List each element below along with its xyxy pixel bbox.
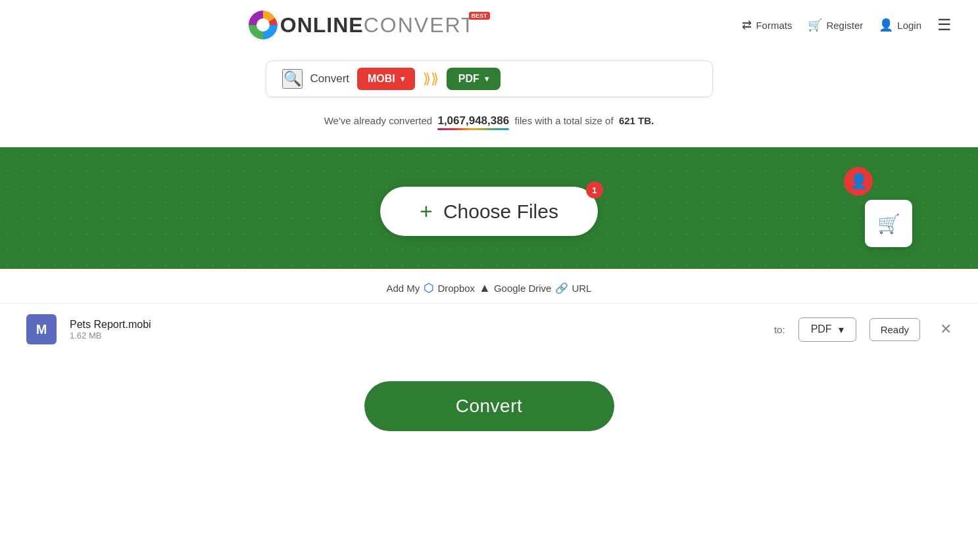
google-drive-label: Google Drive	[494, 283, 552, 294]
formats-label: Formats	[756, 20, 792, 31]
stats-middle: files with a total size of	[514, 115, 613, 126]
file-row: M Pets Report.mobi 1.62 MB to: PDF ▾ Rea…	[0, 303, 978, 355]
file-name: Pets Report.mobi	[70, 319, 761, 331]
stats-prefix: We've already converted	[324, 115, 432, 126]
floating-cart-widget[interactable]: 🛒	[865, 200, 912, 247]
to-label: to:	[774, 324, 785, 335]
dropbox-source[interactable]: ⬡ Dropbox	[424, 281, 475, 295]
stats-bar: We've already converted 1,067,948,386 fi…	[0, 104, 978, 147]
floating-user-button[interactable]: 👤	[844, 167, 873, 196]
formats-nav-item[interactable]: ⇄ Formats	[742, 18, 792, 32]
remove-file-button[interactable]: ✕	[940, 321, 952, 338]
logo-container: ONLINE CONVERT BEST	[246, 8, 497, 42]
logo-online-text: ONLINE	[280, 13, 364, 37]
from-format-chevron: ▾	[401, 74, 404, 83]
from-format-button[interactable]: MOBI ▾	[357, 68, 415, 90]
header: ONLINE CONVERT BEST ⇄ Formats 🛒 Register…	[0, 0, 978, 50]
formats-icon: ⇄	[742, 18, 752, 32]
register-nav-item[interactable]: 🛒 Register	[808, 18, 863, 32]
output-format-chevron: ▾	[839, 323, 844, 336]
stats-count: 1,067,948,386	[437, 114, 509, 128]
google-drive-source[interactable]: ▲ Google Drive	[479, 281, 551, 295]
convert-label: Convert	[310, 72, 350, 85]
logo-text: ONLINE CONVERT BEST	[280, 13, 497, 37]
dropbox-label: Dropbox	[437, 283, 475, 294]
login-label: Login	[897, 20, 921, 31]
logo-area: ONLINE CONVERT BEST	[0, 8, 742, 42]
output-format-label: PDF	[811, 323, 832, 335]
choose-files-label: Choose Files	[443, 200, 558, 223]
output-format-dropdown[interactable]: PDF ▾	[798, 317, 856, 342]
logo-best-badge: BEST	[469, 12, 490, 20]
to-format-button[interactable]: PDF ▾	[447, 68, 501, 90]
add-my-label: Add My	[387, 283, 420, 294]
url-link-icon: 🔗	[555, 282, 568, 294]
url-label: URL	[572, 283, 591, 294]
hamburger-menu[interactable]: ☰	[937, 16, 952, 34]
file-avatar: M	[26, 314, 57, 344]
file-size: 1.62 MB	[70, 331, 761, 340]
status-badge: Ready	[869, 318, 920, 341]
plus-icon: +	[420, 198, 433, 224]
google-drive-icon: ▲	[479, 281, 491, 295]
to-format-label: PDF	[458, 73, 479, 85]
convert-btn-wrapper: Convert	[0, 355, 978, 451]
register-label: Register	[826, 20, 863, 31]
logo-icon	[246, 8, 280, 42]
from-format-label: MOBI	[368, 73, 395, 85]
dropbox-icon: ⬡	[424, 281, 434, 295]
cloud-sources: Add My ⬡ Dropbox ▲ Google Drive 🔗 URL	[0, 269, 978, 303]
register-icon: 🛒	[808, 18, 822, 32]
cart-icon: 🛒	[877, 213, 900, 235]
arrows-icon: ⟫⟫	[423, 70, 439, 87]
upload-zone: + Choose Files 1 👤 🛒	[0, 147, 978, 269]
convert-bar: 🔍 Convert MOBI ▾ ⟫⟫ PDF ▾	[266, 60, 713, 97]
login-nav-item[interactable]: 👤 Login	[879, 18, 921, 32]
login-icon: 👤	[879, 18, 893, 32]
choose-files-button[interactable]: + Choose Files 1	[380, 187, 598, 236]
stats-size: 621 TB.	[619, 115, 654, 126]
file-count-badge: 1	[586, 181, 603, 198]
logo-convert-text: CONVERT	[364, 13, 476, 37]
search-button[interactable]: 🔍	[282, 69, 303, 89]
file-info: Pets Report.mobi 1.62 MB	[70, 319, 761, 340]
url-source[interactable]: 🔗 URL	[555, 282, 591, 294]
convert-bar-wrapper: 🔍 Convert MOBI ▾ ⟫⟫ PDF ▾	[0, 50, 978, 104]
file-avatar-letter: M	[36, 322, 47, 337]
svg-point-1	[257, 18, 270, 32]
floating-user-icon: 👤	[850, 173, 868, 190]
to-format-chevron: ▾	[485, 74, 489, 83]
nav-items: ⇄ Formats 🛒 Register 👤 Login ☰	[742, 16, 952, 34]
convert-main-button[interactable]: Convert	[364, 381, 614, 431]
